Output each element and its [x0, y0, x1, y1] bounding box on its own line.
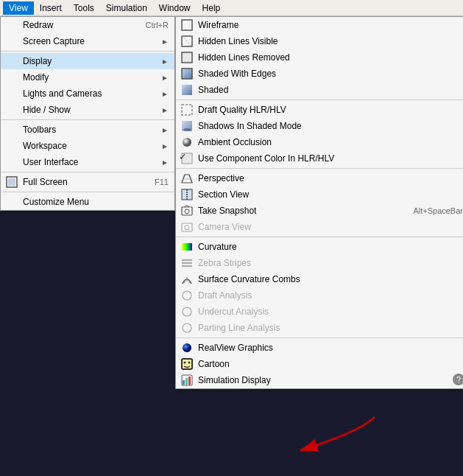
menu-redraw[interactable]: Redraw Ctrl+R: [1, 17, 174, 33]
display-shadows[interactable]: Shadows In Shaded Mode: [176, 118, 463, 134]
display-cartoon[interactable]: Cartoon: [176, 356, 463, 372]
wireframe-icon: [179, 18, 195, 32]
screen-capture-icon: [4, 35, 20, 48]
svg-line-36: [189, 175, 192, 183]
svg-rect-27: [182, 52, 192, 63]
undercut-analysis-icon: [179, 305, 195, 318]
display-perspective[interactable]: Perspective: [176, 170, 463, 186]
svg-point-54: [183, 323, 191, 332]
display-undercut-analysis[interactable]: Undercut Analysis: [176, 304, 463, 320]
display-curvature[interactable]: Curvature: [176, 239, 463, 255]
display-shaded-edges[interactable]: Shaded With Edges: [176, 66, 463, 82]
display-submenu: Wireframe Hidden Lines Visible Hidden Li…: [175, 16, 463, 389]
section-view-icon: [179, 188, 195, 201]
curvature-icon: [179, 240, 195, 253]
display-ambient-occlusion[interactable]: Ambient Occlusion: [176, 134, 463, 150]
display-hidden-lines-visible[interactable]: Hidden Lines Visible: [176, 33, 463, 49]
hidden-lines-removed-icon: [179, 51, 195, 64]
hidden-lines-visible-icon: [179, 35, 195, 48]
realview-icon: [179, 341, 195, 354]
svg-rect-61: [185, 378, 188, 385]
menu-simulation[interactable]: Simulation: [100, 1, 153, 15]
display-hidden-lines-removed[interactable]: Hidden Lines Removed: [176, 49, 463, 66]
display-zebra-stripes[interactable]: Zebra Stripes: [176, 255, 463, 271]
menu-bar: View Insert Tools Simulation Window Help: [0, 0, 463, 16]
svg-rect-29: [182, 85, 192, 95]
shadows-icon: [179, 119, 195, 133]
svg-point-52: [183, 291, 191, 300]
svg-point-53: [183, 307, 191, 316]
svg-line-26: [182, 36, 192, 46]
arrow-overlay: [242, 402, 404, 461]
display-surface-curvature[interactable]: Surface Curvature Combs: [176, 271, 463, 287]
menu-window[interactable]: Window: [153, 1, 197, 15]
display-wireframe[interactable]: Wireframe: [176, 17, 463, 33]
svg-rect-24: [182, 20, 192, 30]
display-section-view[interactable]: Section View: [176, 186, 463, 203]
component-color-icon: ✓: [179, 152, 195, 165]
separator-1: [1, 51, 174, 52]
display-camera-view[interactable]: Camera View: [176, 219, 463, 235]
display-component-color[interactable]: ✓ Use Component Color In HLR/HLV: [176, 150, 463, 167]
menu-insert[interactable]: Insert: [34, 1, 68, 15]
separator-2: [1, 119, 174, 120]
shaded-edges-icon: [179, 67, 195, 80]
svg-rect-30: [182, 105, 192, 115]
sep-display-1: [176, 99, 463, 100]
svg-rect-44: [182, 243, 192, 251]
ambient-occlusion-icon: [179, 136, 195, 149]
separator-3: [1, 172, 174, 172]
menu-help[interactable]: Help: [197, 1, 227, 15]
menu-hide-show[interactable]: Hide / Show ►: [1, 102, 174, 118]
svg-point-55: [183, 343, 191, 352]
display-shaded[interactable]: Shaded: [176, 82, 463, 98]
svg-rect-60: [183, 380, 185, 385]
svg-rect-28: [182, 69, 192, 79]
menu-lights-cameras[interactable]: Lights and Cameras ►: [1, 85, 174, 102]
view-dropdown-menu: Redraw Ctrl+R Screen Capture ► Display ►…: [0, 16, 175, 211]
svg-point-43: [185, 225, 189, 230]
redraw-icon: [4, 18, 20, 32]
svg-rect-23: [8, 178, 15, 186]
zebra-stripes-icon: [179, 256, 195, 270]
display-draft-analysis[interactable]: Draft Analysis: [176, 287, 463, 304]
cartoon-icon: [179, 357, 195, 371]
menu-customize[interactable]: Customize Menu: [1, 194, 174, 210]
modify-icon: [4, 71, 20, 84]
perspective-icon: [179, 172, 195, 185]
lights-cameras-icon: [4, 87, 20, 100]
full-screen-icon: [4, 175, 20, 189]
svg-point-41: [185, 209, 189, 214]
sep-display-4: [176, 337, 463, 338]
menu-tools[interactable]: Tools: [68, 1, 100, 15]
menu-full-screen[interactable]: Full Screen F11: [1, 174, 174, 190]
parting-line-icon: [179, 321, 195, 335]
svg-point-58: [188, 362, 191, 364]
svg-point-32: [183, 128, 191, 131]
display-realview[interactable]: RealView Graphics: [176, 340, 463, 356]
menu-screen-capture[interactable]: Screen Capture ►: [1, 33, 174, 49]
display-simulation[interactable]: Simulation Display: [176, 372, 463, 388]
display-take-snapshot[interactable]: Take Snapshot Alt+SpaceBar: [176, 203, 463, 219]
hide-show-icon: [4, 103, 20, 116]
shaded-icon: [179, 83, 195, 97]
svg-line-35: [182, 175, 185, 183]
surface-curvature-icon: [179, 273, 195, 286]
display-draft-quality[interactable]: Draft Quality HLR/HLV: [176, 102, 463, 118]
svg-point-33: [183, 138, 191, 147]
menu-toolbars[interactable]: Toolbars ►: [1, 122, 174, 138]
menu-display[interactable]: Display ►: [1, 53, 174, 69]
display-icon: [4, 55, 20, 68]
menu-workspace[interactable]: Workspace ►: [1, 138, 174, 154]
svg-point-57: [184, 362, 186, 364]
simulation-display-icon: [179, 374, 195, 387]
menu-modify[interactable]: Modify ►: [1, 69, 174, 85]
help-icon[interactable]: ?: [453, 374, 463, 385]
sep-display-2: [176, 168, 463, 169]
menu-view[interactable]: View: [3, 1, 34, 15]
svg-rect-62: [188, 377, 191, 385]
customize-icon: [4, 195, 20, 209]
draft-analysis-icon: [179, 289, 195, 302]
display-parting-line[interactable]: Parting Line Analysis: [176, 320, 463, 336]
menu-user-interface[interactable]: User Interface ►: [1, 154, 174, 170]
